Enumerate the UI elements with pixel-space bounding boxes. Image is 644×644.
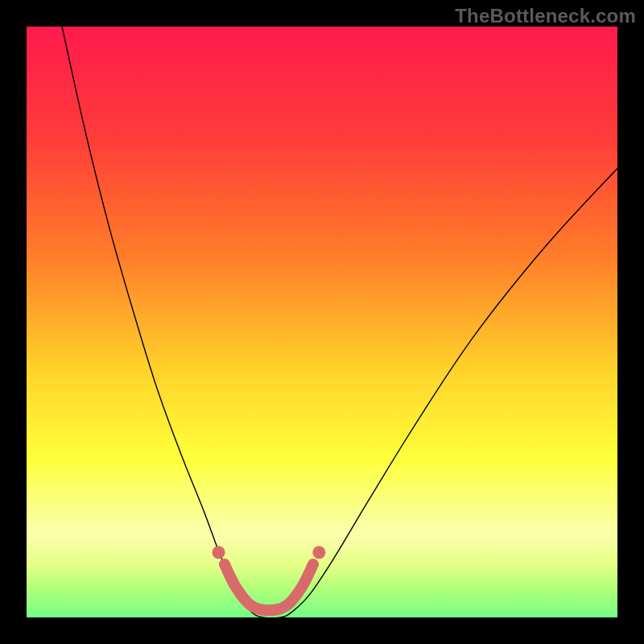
curve-canvas bbox=[27, 27, 617, 617]
series-dot-right bbox=[312, 546, 325, 559]
watermark-text: TheBottleneck.com bbox=[455, 5, 636, 27]
highlight-strip bbox=[27, 522, 617, 617]
series-dot-left bbox=[213, 546, 225, 559]
outer-frame: TheBottleneck.com bbox=[0, 0, 644, 644]
plot-area bbox=[27, 27, 617, 617]
